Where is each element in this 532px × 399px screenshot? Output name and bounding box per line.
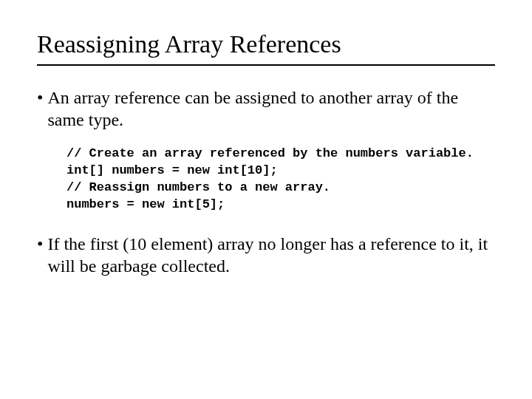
title-divider xyxy=(37,64,495,66)
code-block: // Create an array referenced by the num… xyxy=(66,146,495,214)
slide-body: • An array reference can be assigned to … xyxy=(37,86,495,277)
slide: Reassigning Array References • An array … xyxy=(0,0,532,399)
bullet-text: An array reference can be assigned to an… xyxy=(47,86,495,131)
bullet-item: • An array reference can be assigned to … xyxy=(37,86,495,131)
bullet-marker: • xyxy=(37,233,47,277)
bullet-marker: • xyxy=(37,86,47,131)
slide-title: Reassigning Array References xyxy=(37,30,495,60)
bullet-item: • If the first (10 element) array no lon… xyxy=(37,233,495,277)
bullet-text: If the first (10 element) array no longe… xyxy=(47,233,495,277)
